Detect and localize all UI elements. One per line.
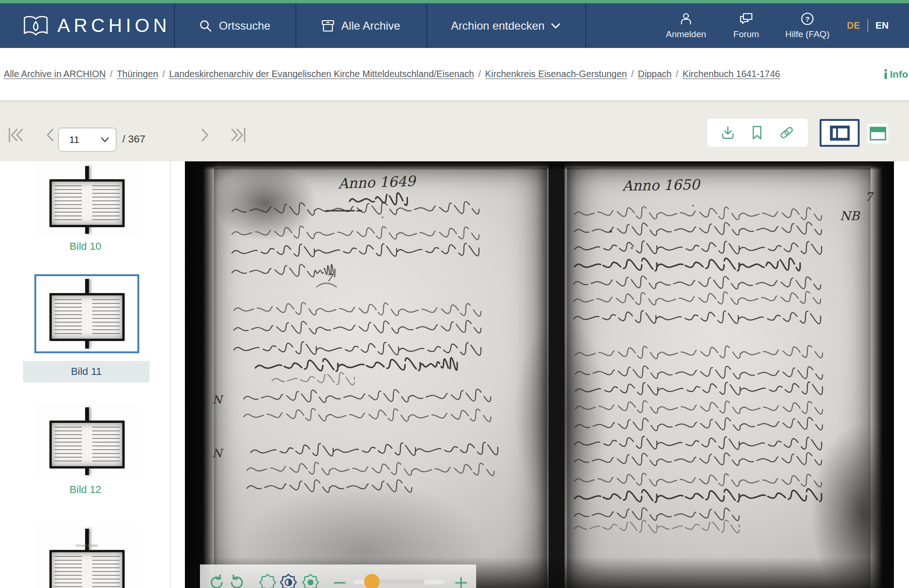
right-page-heading: Anno 1650 — [622, 176, 701, 194]
thumbnail-sidebar: Schwer Lesbar Bild 10 Schwer Lesbar Bild… — [0, 161, 171, 588]
saturation-button[interactable] — [302, 574, 319, 588]
brightness-button[interactable] — [259, 574, 276, 588]
mini-text — [92, 185, 120, 221]
mini-text — [55, 299, 82, 335]
rotate-ccw-button[interactable] — [207, 574, 224, 588]
forum-icon — [739, 12, 754, 26]
help-button[interactable]: ? Hilfe (FAQ) — [774, 3, 840, 48]
page-select-value: 11 — [69, 134, 80, 145]
image-adjust-toolbar — [200, 564, 476, 588]
lang-de-active[interactable]: DE — [847, 20, 860, 31]
zoom-slider-knob[interactable] — [364, 574, 380, 588]
mini-book — [49, 550, 125, 588]
viewer-toolbar: 11 / 367 — [0, 100, 909, 161]
thumbnail-bild-12[interactable]: Schwer Lesbar — [36, 405, 137, 478]
mini-text — [55, 427, 82, 462]
chevron-down-icon — [551, 23, 560, 29]
nav-label: Archion entdecken — [451, 19, 545, 32]
login-label: Anmelden — [666, 29, 706, 40]
forum-button[interactable]: Forum — [723, 3, 770, 48]
svg-text:?: ? — [805, 15, 809, 23]
mini-text — [92, 299, 120, 335]
thumb-caption: Schwer Lesbar — [36, 544, 137, 547]
zoom-in-button[interactable] — [454, 576, 468, 588]
mini-book — [49, 421, 125, 469]
archive-icon — [321, 19, 335, 32]
breadcrumb-item-dippach[interactable]: Dippach — [638, 69, 672, 79]
contrast-button[interactable] — [280, 574, 297, 588]
margin-note-nb: NB — [840, 209, 861, 223]
archion-logo[interactable]: ARCHION — [23, 3, 170, 48]
left-page-heading: Anno 1649 — [337, 173, 417, 192]
login-button[interactable]: Anmelden — [658, 3, 714, 48]
breadcrumb-separator: / — [478, 69, 481, 79]
rotate-cw-button[interactable] — [229, 574, 246, 588]
link-button[interactable] — [779, 125, 795, 141]
lang-divider — [868, 19, 868, 32]
breadcrumb-item-thueringen[interactable]: Thüringen — [117, 69, 158, 79]
thumbnail-bild-13-partial[interactable]: Schwer Lesbar — [36, 526, 137, 588]
page-select[interactable]: 11 — [58, 127, 117, 152]
handwriting-lines: Anno 1649 Anno 1650 7 NB 7 N N — [185, 161, 894, 588]
split-view-icon — [829, 125, 851, 142]
bookmark-button[interactable] — [750, 125, 764, 140]
first-page-button[interactable] — [7, 125, 27, 145]
brand-name: ARCHION — [57, 15, 170, 36]
mini-book — [49, 179, 125, 227]
zoom-out-button[interactable] — [333, 576, 347, 588]
forum-label: Forum — [734, 29, 759, 40]
nav-item-archion-entdecken[interactable]: Archion entdecken — [426, 3, 585, 48]
mini-text — [92, 556, 120, 588]
thumbnail-bild-11-selected[interactable]: Schwer Lesbar — [34, 274, 139, 353]
mini-text — [55, 185, 82, 221]
breadcrumb: Alle Archive in ARCHION / Thüringen / La… — [0, 48, 909, 100]
thumbnail-label-bild-12[interactable]: Bild 12 — [0, 484, 171, 496]
mini-book — [49, 293, 125, 341]
chevron-down-icon — [101, 137, 109, 143]
user-icon — [679, 12, 693, 26]
breadcrumb-separator: / — [676, 69, 678, 79]
thumbnail-label-bild-10[interactable]: Bild 10 — [0, 240, 171, 253]
top-accent-strip — [0, 0, 909, 3]
language-switcher: DE EN — [847, 3, 889, 48]
next-page-button[interactable] — [194, 125, 215, 145]
help-icon: ? — [800, 12, 814, 26]
info-label: Info — [890, 69, 908, 80]
breadcrumb-separator: / — [631, 69, 633, 79]
nav-label: Alle Archive — [341, 19, 400, 32]
nav-item-ortssuche[interactable]: Ortssuche — [174, 3, 295, 48]
thumbnail-bild-10[interactable]: Schwer Lesbar — [36, 163, 137, 237]
scan-viewer: Anno 1649 Anno 1650 7 NB 7 N N — [171, 161, 909, 588]
page-total: / 367 — [122, 133, 145, 145]
lang-en[interactable]: EN — [876, 20, 889, 31]
breadcrumb-item-kirchenkreis[interactable]: Kirchenkreis Eisenach-Gerstungen — [485, 69, 627, 79]
nav-label: Ortssuche — [219, 19, 270, 32]
scan-action-group — [707, 119, 808, 147]
header: ARCHION Ortssuche Alle Archive Archion e… — [0, 3, 909, 48]
manuscript-scan[interactable]: Anno 1649 Anno 1650 7 NB 7 N N — [185, 161, 894, 588]
info-icon — [885, 69, 887, 79]
last-page-button[interactable] — [227, 125, 247, 145]
mini-text — [55, 556, 82, 588]
view-toggle-single[interactable] — [868, 124, 888, 143]
download-button[interactable] — [720, 125, 735, 140]
nav-item-alle-archive[interactable]: Alle Archive — [295, 3, 426, 48]
header-divider — [585, 3, 586, 48]
breadcrumb-item-kirchenbuch[interactable]: Kirchenbuch 1641-1746 — [683, 69, 780, 79]
breadcrumb-separator: / — [110, 69, 112, 79]
single-view-icon — [869, 127, 886, 141]
mini-text — [92, 427, 120, 462]
search-icon — [199, 19, 212, 32]
help-label: Hilfe (FAQ) — [785, 29, 829, 40]
page-number: 7 — [865, 190, 874, 204]
margin-mark-n: N — [212, 447, 224, 460]
breadcrumb-item-landeskirchenarchiv[interactable]: Landeskirchenarchiv der Evangelischen Ki… — [169, 69, 474, 79]
thumbnail-label-bild-11[interactable]: Bild 11 — [23, 361, 150, 382]
book-logo-icon — [23, 15, 49, 37]
info-button[interactable]: Info — [885, 48, 908, 100]
breadcrumb-separator: / — [162, 69, 165, 79]
margin-mark-n: N — [212, 393, 224, 406]
view-toggle-split-active[interactable] — [820, 119, 860, 147]
breadcrumb-item-archive[interactable]: Alle Archive in ARCHION — [4, 69, 106, 79]
